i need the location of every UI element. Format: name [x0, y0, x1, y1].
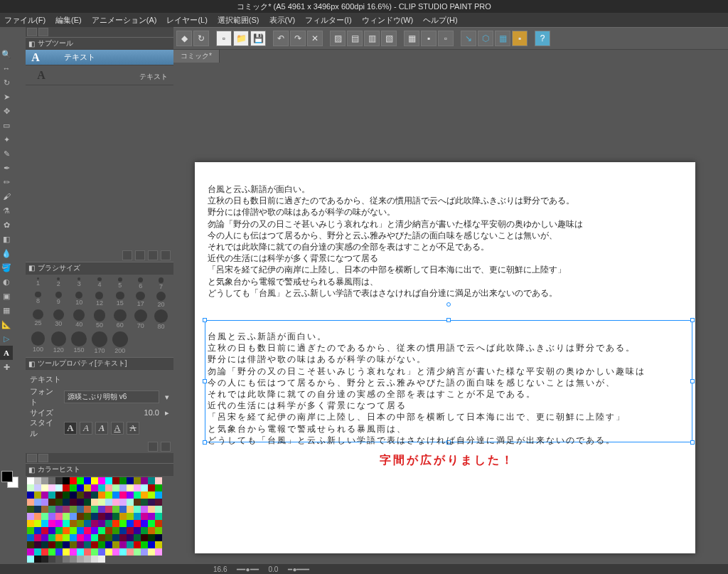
- color-swatch[interactable]: [77, 506, 84, 513]
- color-swatch[interactable]: [34, 491, 41, 499]
- color-swatch[interactable]: [134, 484, 141, 491]
- style-bold-icon[interactable]: A: [64, 422, 77, 435]
- color-swatch[interactable]: [105, 491, 112, 499]
- snap-g-icon[interactable]: ▦: [495, 31, 510, 46]
- new-icon[interactable]: ▫: [216, 31, 232, 46]
- color-swatch[interactable]: [127, 477, 134, 484]
- color-swatch[interactable]: [27, 506, 34, 513]
- size-value[interactable]: 10.0: [144, 408, 159, 417]
- color-swatch[interactable]: [98, 477, 105, 484]
- color-swatch[interactable]: [134, 491, 141, 499]
- color-swatch[interactable]: [119, 477, 127, 484]
- color-swatch[interactable]: [27, 499, 34, 506]
- color-swatch[interactable]: [127, 506, 134, 513]
- brush-size-cell[interactable]: 170: [90, 331, 109, 354]
- color-swatch[interactable]: [127, 534, 134, 541]
- color-swatch[interactable]: [119, 499, 127, 506]
- color-swatch[interactable]: [127, 513, 134, 520]
- color-swatch[interactable]: [127, 491, 134, 499]
- color-swatch[interactable]: [27, 556, 34, 563]
- color-swatch[interactable]: [77, 484, 84, 491]
- color-swatch[interactable]: [98, 548, 105, 556]
- color-swatch[interactable]: [48, 527, 55, 534]
- color-swatch[interactable]: [105, 477, 112, 484]
- rotate-tool-icon[interactable]: ↻: [0, 75, 13, 90]
- color-swatch[interactable]: [134, 548, 141, 556]
- color-swatch[interactable]: [155, 520, 162, 527]
- snap-p-icon[interactable]: ⬡: [478, 31, 493, 46]
- sel2-icon[interactable]: ▤: [347, 31, 363, 46]
- color-swatch[interactable]: [148, 513, 155, 520]
- shape-tool-icon[interactable]: ▣: [0, 289, 13, 303]
- color-swatch[interactable]: [27, 534, 34, 541]
- color-swatch[interactable]: [105, 513, 112, 520]
- color-swatch[interactable]: [155, 548, 162, 556]
- menu-item[interactable]: ウィンドウ(W): [362, 15, 414, 26]
- color-swatch[interactable]: [70, 520, 77, 527]
- sync-icon[interactable]: ↻: [193, 31, 209, 46]
- color-swatch[interactable]: [148, 527, 155, 534]
- menu-item[interactable]: ヘルプ(H): [423, 15, 457, 26]
- color-swatch[interactable]: [34, 534, 41, 541]
- color-swatch[interactable]: [34, 499, 41, 506]
- eyedropper-icon[interactable]: ✎: [0, 147, 13, 161]
- color-swatch[interactable]: [98, 520, 105, 527]
- color-swatch[interactable]: [70, 548, 77, 556]
- brush-size-cell[interactable]: 120: [49, 331, 68, 354]
- color-swatch[interactable]: [55, 548, 63, 556]
- canvas[interactable]: 台風と云ふ新語が面白い。立秋の日も数日前に過ぎたのであるから、従来の慣用語で云へ…: [195, 162, 695, 553]
- color-swatch[interactable]: [48, 484, 55, 491]
- color-swatch[interactable]: [105, 534, 112, 541]
- color-swatch[interactable]: [41, 491, 48, 499]
- color-swatch[interactable]: [134, 499, 141, 506]
- brush-size-cell[interactable]: 150: [70, 331, 89, 354]
- text-tool-icon[interactable]: A: [0, 346, 13, 360]
- color-swatch[interactable]: [155, 484, 162, 491]
- color-swatch[interactable]: [119, 513, 127, 520]
- color-swatch[interactable]: [27, 513, 34, 520]
- color-swatch[interactable]: [134, 541, 141, 548]
- brush-size-cell[interactable]: 4: [90, 277, 109, 290]
- ruler-tool-icon[interactable]: 📐: [0, 317, 13, 331]
- color-swatch[interactable]: [127, 548, 134, 556]
- brush-size-cell[interactable]: 17: [131, 292, 150, 308]
- color-swatch[interactable]: [98, 513, 105, 520]
- color-swatch[interactable]: [27, 484, 34, 491]
- menu-item[interactable]: レイヤー(L): [166, 15, 207, 26]
- color-swatch[interactable]: [63, 548, 70, 556]
- color-swatch[interactable]: [63, 534, 70, 541]
- color-swatch[interactable]: [77, 534, 84, 541]
- color-swatch[interactable]: [141, 506, 148, 513]
- color-swatch[interactable]: [91, 556, 98, 563]
- color-swatch[interactable]: [141, 541, 148, 548]
- color-swatch[interactable]: [63, 506, 70, 513]
- brush-size-cell[interactable]: 1: [28, 277, 48, 290]
- menu-item[interactable]: ファイル(F): [4, 15, 46, 26]
- color-swatch[interactable]: [112, 527, 119, 534]
- color-swatch[interactable]: [134, 520, 141, 527]
- color-swatch[interactable]: [155, 499, 162, 506]
- color-swatch[interactable]: [141, 491, 148, 499]
- brush-tool-icon[interactable]: 🖌: [0, 189, 13, 203]
- color-swatch[interactable]: [48, 556, 55, 563]
- color-swatch[interactable]: [77, 477, 84, 484]
- gradient-icon[interactable]: ◐: [0, 275, 13, 289]
- color-swatch[interactable]: [134, 534, 141, 541]
- color-swatch[interactable]: [148, 506, 155, 513]
- balloon-tool-icon[interactable]: ▷: [0, 331, 13, 346]
- color-swatch[interactable]: [41, 527, 48, 534]
- color-swatch[interactable]: [77, 499, 84, 506]
- color-swatch[interactable]: [63, 527, 70, 534]
- color-swatch[interactable]: [148, 477, 155, 484]
- color-swatch[interactable]: [155, 513, 162, 520]
- color-swatch[interactable]: [148, 541, 155, 548]
- color-swatch[interactable]: [119, 506, 127, 513]
- color-swatch[interactable]: [119, 520, 127, 527]
- color-swatch[interactable]: [70, 541, 77, 548]
- color-swatch[interactable]: [55, 499, 63, 506]
- color-swatch[interactable]: [63, 491, 70, 499]
- color-swatch[interactable]: [84, 513, 91, 520]
- color-swatch[interactable]: [141, 527, 148, 534]
- color-swatch[interactable]: [55, 520, 63, 527]
- color-swatch[interactable]: [148, 520, 155, 527]
